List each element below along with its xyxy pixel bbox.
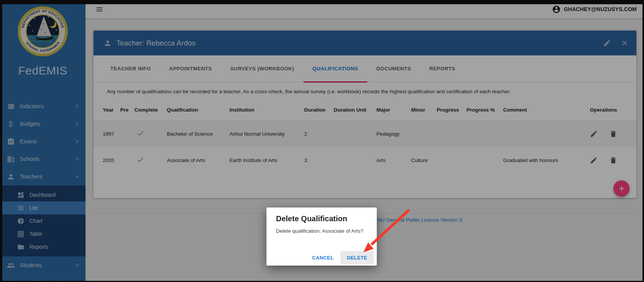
delete-button[interactable]: DELETE [341,251,374,264]
dialog-title: Delete Qualification [276,214,367,223]
dialog-actions: CANCEL DELETE [307,251,374,264]
cancel-button[interactable]: CANCEL [307,251,338,264]
dialog-message: Delete qualification: Associate of Arts? [276,228,367,234]
delete-qualification-dialog: Delete Qualification Delete qualificatio… [266,207,377,266]
